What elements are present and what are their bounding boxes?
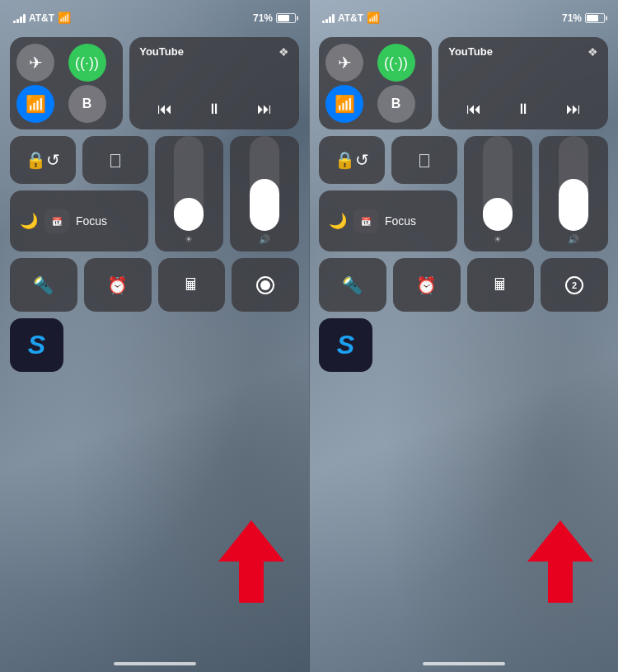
ffwd-btn-left[interactable]: ⏭ [250, 97, 279, 121]
airplane-icon-left: ✈ [29, 53, 43, 73]
volume-track-right [559, 136, 588, 231]
focus-moon-icon-left: 🌙 [20, 212, 38, 230]
signal-bar-2 [16, 19, 19, 23]
wifi-toggle-left[interactable]: 📶 [16, 85, 54, 123]
bluetooth-toggle-left[interactable]: B [68, 85, 106, 123]
brightness-slider-right[interactable]: ☀ [464, 136, 533, 251]
airplane-toggle-left[interactable]: ✈ [16, 44, 54, 82]
focus-sub-icon-left: 📆 [44, 209, 69, 233]
record-btn-right[interactable]: 2 [541, 258, 608, 312]
shazam-btn-left[interactable]: S [10, 318, 63, 372]
focus-block-left[interactable]: 🌙 📆 Focus [10, 190, 148, 251]
calculator-icon-right: 🖩 [492, 275, 508, 294]
bluetooth-icon-right: B [391, 96, 401, 111]
signal-bars-left [13, 13, 26, 23]
battery-icon-left [276, 13, 296, 23]
volume-icon-right: 🔊 [568, 234, 579, 245]
np-controls-left: ⏮ ⏸ ⏭ [139, 94, 289, 121]
brightness-fill-right [483, 198, 513, 231]
wifi-toggle-right[interactable]: 📶 [325, 85, 363, 123]
status-left-right: AT&T 📶 [322, 12, 380, 24]
home-indicator-right [423, 662, 505, 665]
alarm-btn-left[interactable]: ⏰ [84, 258, 152, 312]
volume-fill-left [250, 179, 279, 231]
volume-icon-left: 🔊 [259, 234, 270, 245]
rewind-btn-left[interactable]: ⏮ [151, 97, 179, 121]
red-arrow-right [527, 520, 593, 606]
np-controls-right: ⏮ ⏸ ⏭ [448, 94, 598, 121]
focus-moon-icon-right: 🌙 [329, 212, 347, 230]
rotation-lock-right[interactable]: 🔒↺ [319, 136, 385, 184]
rotation-lock-icon-left: 🔒↺ [26, 150, 60, 170]
focus-label-right: Focus [385, 214, 416, 228]
shazam-icon-left: S [28, 330, 45, 360]
focus-block-right[interactable]: 🌙 📆 Focus [319, 190, 457, 251]
signal-bar-r1 [322, 21, 325, 23]
cc-row-3-left: 🔦 ⏰ 🖩 [10, 258, 299, 312]
flashlight-btn-right[interactable]: 🔦 [319, 258, 386, 312]
alarm-btn-right[interactable]: ⏰ [393, 258, 461, 312]
alarm-icon-left: ⏰ [107, 275, 128, 295]
playpause-btn-right[interactable]: ⏸ [509, 97, 537, 121]
brightness-fill-left [174, 198, 204, 231]
signal-bar-r3 [329, 16, 331, 23]
focus-label-left: Focus [76, 214, 107, 228]
battery-pct-right: 71% [562, 12, 582, 24]
cc-row-1-right: ✈ ((·)) 📶 B YouTube ❖ ⏮ [319, 37, 608, 129]
cellular-toggle-right[interactable]: ((·)) [377, 44, 415, 82]
volume-slider-right[interactable]: 🔊 [539, 136, 608, 251]
screen-mirror-icon-right: ⎕ [419, 151, 429, 170]
signal-bar-r2 [325, 19, 328, 23]
rewind-btn-right[interactable]: ⏮ [460, 97, 488, 121]
screen-mirror-left[interactable]: ⎕ [82, 136, 148, 184]
bluetooth-toggle-right[interactable]: B [377, 85, 415, 123]
svg-marker-0 [218, 520, 284, 603]
battery-pct-left: 71% [253, 12, 273, 24]
connectivity-block-left: ✈ ((·)) 📶 B [10, 37, 123, 129]
flashlight-btn-left[interactable]: 🔦 [10, 258, 77, 312]
rotation-lock-left[interactable]: 🔒↺ [10, 136, 76, 184]
signal-bar-4 [23, 14, 26, 23]
playpause-btn-left[interactable]: ⏸ [200, 97, 228, 121]
airplay-icon-right[interactable]: ❖ [588, 45, 598, 59]
battery-icon-right [585, 13, 605, 23]
brightness-icon-left: ☀ [185, 234, 193, 245]
signal-bars-right [322, 13, 335, 23]
carrier-label-right: AT&T [338, 12, 363, 24]
calculator-btn-left[interactable]: 🖩 [158, 258, 226, 312]
flashlight-icon-left: 🔦 [33, 275, 54, 295]
airplay-icon-left[interactable]: ❖ [279, 45, 289, 59]
carrier-label-left: AT&T [29, 12, 54, 24]
calculator-btn-right[interactable]: 🖩 [467, 258, 535, 312]
record-btn-left[interactable] [232, 258, 299, 312]
np-top-left: YouTube ❖ [139, 45, 289, 59]
alarm-icon-right: ⏰ [416, 275, 437, 295]
brightness-slider-left[interactable]: ☀ [155, 136, 224, 251]
red-arrow-left [218, 520, 284, 606]
focus-sub-icon-right: 📆 [353, 209, 378, 233]
wifi-icon-right: 📶 [367, 12, 380, 24]
calculator-icon-left: 🖩 [183, 275, 199, 294]
cellular-icon-left: ((·)) [75, 54, 99, 72]
screen-mirror-right[interactable]: ⎕ [391, 136, 457, 184]
connectivity-block-right: ✈ ((·)) 📶 B [319, 37, 432, 129]
left-panel: AT&T 📶 71% ✈ ((·)) 📶 [0, 0, 309, 672]
np-title-left: YouTube [139, 45, 184, 58]
record-dot-left [260, 280, 270, 290]
np-title-right: YouTube [448, 45, 493, 58]
record-number-right: 2 [565, 276, 583, 294]
ffwd-btn-right[interactable]: ⏭ [559, 97, 588, 121]
home-indicator-left [114, 662, 196, 665]
cc-row-1-left: ✈ ((·)) 📶 B YouTube ❖ ⏮ [10, 37, 299, 129]
cc-row-2-left: 🔒↺ ⎕ 🌙 📆 Focus ☀ [10, 136, 299, 251]
now-playing-block-right: YouTube ❖ ⏮ ⏸ ⏭ [438, 37, 608, 129]
shazam-btn-right[interactable]: S [319, 318, 372, 372]
brightness-track-right [483, 136, 513, 231]
screen-mirror-icon-left: ⎕ [110, 151, 120, 170]
volume-slider-left[interactable]: 🔊 [230, 136, 299, 251]
cc-row-4-left: S [10, 318, 299, 372]
airplane-toggle-right[interactable]: ✈ [325, 44, 363, 82]
cc-row-4-right: S [319, 318, 608, 372]
small-toggles-right: 🔒↺ ⎕ 🌙 📆 Focus [319, 136, 457, 251]
cellular-toggle-left[interactable]: ((·)) [68, 44, 106, 82]
